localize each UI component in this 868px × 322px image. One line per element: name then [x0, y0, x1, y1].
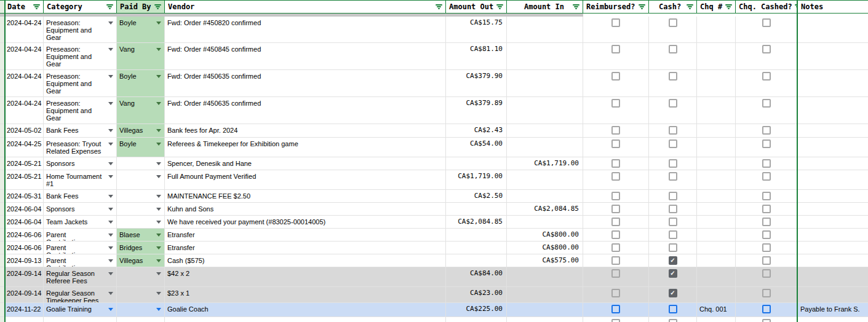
cell-paid-by[interactable]	[117, 216, 165, 228]
cell-paid-by[interactable]	[117, 267, 165, 286]
cell-paid-by[interactable]	[117, 170, 165, 189]
checkbox-cash[interactable]	[669, 126, 677, 135]
checkbox-reimbursed[interactable]	[611, 256, 620, 265]
cell-notes[interactable]	[798, 317, 868, 322]
cell-amount_out[interactable]: CA$84.00	[446, 267, 507, 286]
chevron-down-icon[interactable]	[156, 22, 161, 25]
cell-vendor[interactable]	[165, 317, 446, 322]
filter-icon[interactable]	[639, 4, 645, 9]
cell-amount_in[interactable]: CA$800.00	[507, 229, 583, 241]
cell-notes[interactable]	[798, 138, 868, 157]
chevron-down-icon[interactable]	[156, 234, 161, 237]
checkbox-chq-cashed[interactable]	[762, 99, 771, 108]
cell-chq-number[interactable]	[697, 317, 736, 322]
chevron-down-icon[interactable]	[108, 175, 113, 178]
cell-category[interactable]: Preseason: Tryout Related Expenses	[44, 138, 117, 157]
cell-date[interactable]: 2024-06-06	[4, 242, 44, 254]
cell-chq-number[interactable]	[697, 43, 736, 69]
column-header-chq[interactable]: Chq #	[697, 1, 736, 13]
cell-vendor[interactable]: Etransfer	[165, 229, 446, 241]
cell-paid-by[interactable]	[117, 287, 165, 302]
checkbox-cash[interactable]	[669, 139, 677, 148]
checkbox-reimbursed[interactable]	[611, 218, 620, 226]
chevron-down-icon[interactable]	[156, 162, 161, 165]
cell-vendor[interactable]: Goalie Coach	[165, 303, 446, 316]
cell-vendor[interactable]: Fwd: Order #450820 confirmed	[165, 17, 446, 42]
cell-paid-by[interactable]	[117, 303, 165, 316]
cell-amount_in[interactable]	[507, 17, 583, 42]
cell-date[interactable]: 2024-05-02	[4, 124, 44, 137]
checkbox-cash[interactable]	[669, 305, 677, 313]
column-header-vendor[interactable]: Vendor	[165, 1, 446, 13]
filter-icon[interactable]	[687, 4, 693, 9]
checkbox-reimbursed[interactable]	[611, 159, 620, 168]
cell-vendor[interactable]: Referees & Timekeeper for Exhibition gam…	[165, 138, 446, 157]
cell-amount_in[interactable]: CA$575.00	[507, 254, 583, 267]
cell-amount_out[interactable]: CA$54.00	[446, 138, 507, 157]
cell-category[interactable]: Home Tournament #1	[44, 170, 117, 189]
cell-vendor[interactable]: Cash ($575)	[165, 254, 446, 267]
cell-chq-number[interactable]	[697, 203, 736, 215]
cell-vendor[interactable]: Fwd: Order #450635 confirmed	[165, 70, 446, 96]
chevron-down-icon[interactable]	[156, 308, 161, 311]
cell-amount_in[interactable]	[507, 216, 583, 228]
cell-vendor[interactable]: $23 x 1	[165, 287, 446, 302]
cell-notes[interactable]	[798, 97, 868, 124]
cell-notes[interactable]	[798, 43, 868, 69]
checkbox-reimbursed[interactable]	[611, 230, 620, 239]
cell-amount_out[interactable]	[446, 203, 507, 215]
cell-amount_out[interactable]	[446, 157, 507, 170]
cell-chq-number[interactable]	[697, 97, 736, 124]
cell-category[interactable]: Preseason: Equipment and Gear	[44, 97, 117, 124]
chevron-down-icon[interactable]	[108, 162, 113, 165]
cell-amount_in[interactable]	[507, 287, 583, 302]
checkbox-reimbursed[interactable]	[611, 243, 620, 252]
checkbox-chq-cashed[interactable]	[762, 319, 771, 322]
cell-paid-by[interactable]: Villegas	[117, 254, 165, 267]
cell-chq-number[interactable]	[697, 242, 736, 254]
chevron-down-icon[interactable]	[156, 48, 161, 51]
cell-notes[interactable]	[798, 203, 868, 215]
cell-amount_out[interactable]: CA$225.00	[446, 303, 507, 316]
checkbox-chq-cashed[interactable]	[762, 72, 771, 80]
cell-chq-number[interactable]: Chq. 001	[697, 303, 736, 316]
checkbox-reimbursed[interactable]	[611, 205, 620, 213]
checkbox-cash[interactable]	[669, 256, 677, 265]
cell-date[interactable]: 2024-09-13	[4, 254, 44, 267]
cell-amount_in[interactable]	[507, 317, 583, 322]
cell-vendor[interactable]: Fwd: Order #450845 confirmed	[165, 43, 446, 69]
cell-vendor[interactable]: Bank fees for Apr. 2024	[165, 124, 446, 137]
cell-date[interactable]: 2024-05-31	[4, 190, 44, 202]
checkbox-chq-cashed[interactable]	[762, 243, 771, 252]
cell-amount_out[interactable]: CA$379.89	[446, 97, 507, 124]
cell-amount_in[interactable]	[507, 138, 583, 157]
cell-category[interactable]: Sponsors	[44, 157, 117, 170]
chevron-down-icon[interactable]	[108, 195, 113, 198]
chevron-down-icon[interactable]	[156, 175, 161, 178]
cell-date[interactable]: 2024-04-24	[4, 70, 44, 96]
cell-paid-by[interactable]	[117, 317, 165, 322]
checkbox-reimbursed[interactable]	[611, 269, 620, 278]
cell-notes[interactable]	[798, 254, 868, 267]
cell-vendor[interactable]: Kuhn and Sons	[165, 203, 446, 215]
cell-paid-by[interactable]: Villegas	[117, 124, 165, 137]
chevron-down-icon[interactable]	[156, 246, 161, 249]
chevron-down-icon[interactable]	[156, 259, 161, 262]
cell-chq-number[interactable]	[697, 17, 736, 42]
cell-notes[interactable]	[798, 17, 868, 42]
cell-vendor[interactable]: $42 x 2	[165, 267, 446, 286]
cell-date[interactable]: 2024-04-25	[4, 138, 44, 157]
checkbox-reimbursed[interactable]	[611, 139, 620, 148]
chevron-down-icon[interactable]	[108, 246, 113, 249]
checkbox-chq-cashed[interactable]	[762, 305, 771, 313]
column-header-reimbursed[interactable]: Reimbursed?	[583, 1, 649, 13]
chevron-down-icon[interactable]	[156, 195, 161, 198]
checkbox-cash[interactable]	[669, 230, 677, 239]
cell-category[interactable]: Preseason: Equipment and Gear	[44, 17, 117, 42]
cell-category[interactable]: Goalie Training	[44, 303, 117, 316]
cell-date[interactable]: 2024-05-21	[4, 170, 44, 189]
cell-amount_in[interactable]: CA$1,719.00	[507, 157, 583, 170]
cell-amount_out[interactable]	[446, 317, 507, 322]
checkbox-chq-cashed[interactable]	[762, 256, 771, 265]
chevron-down-icon[interactable]	[108, 75, 113, 78]
